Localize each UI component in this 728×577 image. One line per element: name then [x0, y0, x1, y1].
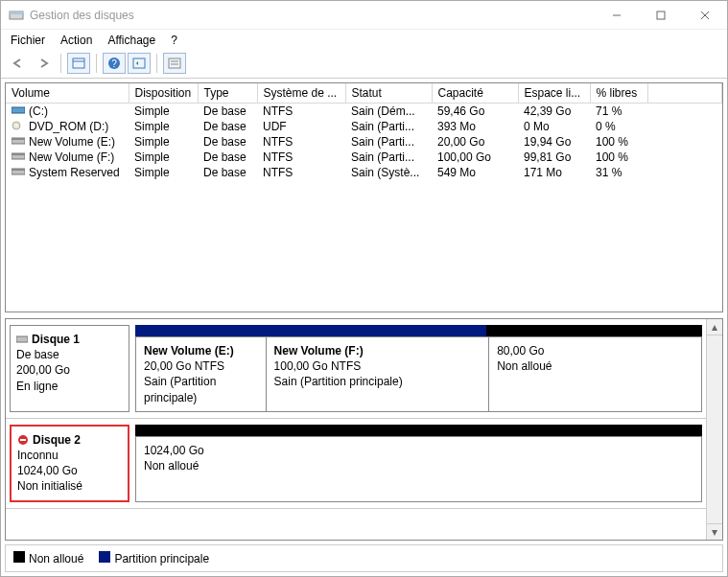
partition-size: 80,00 Go [497, 343, 693, 358]
swatch-black-icon [13, 551, 25, 563]
svg-rect-25 [20, 439, 26, 441]
cell-disposition: Simple [129, 165, 198, 180]
volume-table: Volume Disposition Type Système de ... S… [6, 83, 722, 180]
cell-capacite: 100,00 Go [432, 150, 518, 165]
partition-box[interactable]: 80,00 GoNon alloué [489, 337, 701, 411]
partition-boxes: 1024,00 GoNon alloué [135, 436, 702, 502]
maximize-button[interactable] [639, 1, 683, 30]
cell-libres: 100 % [590, 134, 647, 150]
properties-button[interactable] [163, 53, 186, 74]
refresh-button[interactable] [128, 53, 151, 74]
col-systeme[interactable]: Système de ... [257, 83, 345, 104]
partition-box[interactable]: New Volume (F:)100,00 Go NTFSSain (Parti… [267, 337, 490, 411]
scroll-up-icon[interactable]: ▴ [707, 319, 722, 335]
cell-volume: New Volume (E:) [29, 135, 115, 149]
partition-boxes: New Volume (E:)20,00 Go NTFSSain (Partit… [135, 336, 702, 412]
disk-info-box[interactable]: Disque 2Inconnu1024,00 GoNon initialisé [10, 425, 129, 502]
table-row[interactable]: (C:)SimpleDe baseNTFSSain (Dém...59,46 G… [6, 104, 722, 120]
partition-name: New Volume (E:) [144, 343, 258, 358]
minimize-button[interactable] [595, 1, 639, 30]
legend-item-primary: Partition principale [99, 551, 209, 565]
disk-info-box[interactable]: Disque 1De base200,00 GoEn ligne [10, 325, 129, 412]
col-libres[interactable]: % libres [590, 83, 647, 104]
cell-type: De base [198, 134, 257, 150]
toolbar: ? [1, 51, 727, 79]
partitions-area: New Volume (E:)20,00 Go NTFSSain (Partit… [135, 325, 702, 412]
toolbar-separator [156, 54, 157, 73]
partition-box[interactable]: 1024,00 GoNon alloué [136, 437, 701, 501]
table-view-button[interactable] [67, 53, 90, 74]
close-button[interactable] [683, 1, 727, 30]
col-statut[interactable]: Statut [345, 83, 432, 104]
cell-type: De base [198, 165, 257, 180]
cell-espace: 0 Mo [518, 119, 590, 134]
table-row[interactable]: DVD_ROM (D:)SimpleDe baseUDFSain (Parti.… [6, 119, 722, 134]
menu-aide[interactable]: ? [171, 34, 177, 47]
volume-icon [12, 150, 25, 164]
table-row[interactable]: System ReservedSimpleDe baseNTFSSain (Sy… [6, 165, 722, 180]
cell-type: De base [198, 104, 257, 120]
disk-status: Non initialisé [17, 478, 122, 494]
menu-affichage[interactable]: Affichage [107, 34, 155, 47]
menu-fichier[interactable]: Fichier [11, 34, 45, 47]
cell-volume: (C:) [29, 104, 48, 118]
cell-systeme: NTFS [257, 134, 345, 150]
partition-status: Non alloué [144, 458, 693, 473]
col-espace[interactable]: Espace li... [518, 83, 590, 104]
vertical-scrollbar[interactable]: ▴ ▾ [706, 319, 722, 540]
titlebar: Gestion des disques [1, 1, 727, 30]
partition-status: Sain (Partition principale) [144, 374, 258, 404]
menu-action[interactable]: Action [60, 34, 92, 47]
back-button[interactable] [7, 53, 30, 74]
svg-rect-11 [169, 58, 180, 68]
disk-management-window: Gestion des disques Fichier Action Affic… [0, 0, 728, 577]
volume-icon [12, 120, 25, 133]
cell-libres: 71 % [590, 104, 647, 120]
swatch-navy-icon [99, 551, 110, 563]
col-type[interactable]: Type [198, 83, 257, 104]
svg-rect-1 [10, 12, 23, 14]
cell-statut: Sain (Parti... [345, 150, 432, 165]
cell-volume: System Reserved [29, 166, 120, 179]
scroll-down-icon[interactable]: ▾ [707, 523, 722, 540]
cell-libres: 100 % [590, 150, 647, 165]
table-row[interactable]: New Volume (F:)SimpleDe baseNTFSSain (Pa… [6, 150, 722, 165]
volume-icon [12, 104, 25, 118]
volume-icon [12, 166, 25, 179]
table-header-row: Volume Disposition Type Système de ... S… [6, 83, 722, 104]
scrollbar-track[interactable] [707, 335, 722, 523]
cell-capacite: 549 Mo [432, 165, 518, 180]
disk-status: En ligne [16, 379, 123, 394]
cell-volume: New Volume (F:) [29, 150, 114, 164]
table-row[interactable]: New Volume (E:)SimpleDe baseNTFSSain (Pa… [6, 134, 722, 150]
partition-size: 20,00 Go NTFS [144, 358, 258, 374]
cell-systeme: NTFS [257, 150, 345, 165]
cell-capacite: 393 Mo [432, 119, 518, 134]
forward-button[interactable] [32, 53, 55, 74]
col-disposition[interactable]: Disposition [129, 83, 198, 104]
graphical-view-pane: Disque 1De base200,00 GoEn ligneNew Volu… [5, 318, 723, 541]
disk-row: Disque 2Inconnu1024,00 GoNon initialisé1… [6, 419, 706, 509]
toolbar-separator [96, 54, 97, 73]
svg-point-16 [15, 125, 17, 127]
cell-disposition: Simple [129, 150, 198, 165]
volume-list-pane[interactable]: Volume Disposition Type Système de ... S… [5, 82, 723, 312]
col-capacite[interactable]: Capacité [432, 83, 518, 104]
help-button[interactable]: ? [103, 53, 126, 74]
cell-capacite: 20,00 Go [432, 134, 518, 150]
legend-item-unallocated: Non alloué [13, 551, 83, 565]
menubar: Fichier Action Affichage ? [1, 30, 727, 51]
partitions-area: 1024,00 GoNon alloué [135, 425, 702, 502]
cell-espace: 19,94 Go [518, 134, 590, 150]
col-volume[interactable]: Volume [6, 83, 129, 104]
app-icon [9, 8, 24, 23]
svg-text:?: ? [111, 58, 117, 69]
svg-rect-22 [12, 169, 25, 171]
band-segment [135, 425, 702, 436]
cell-libres: 0 % [590, 119, 647, 134]
disk-type: Inconnu [17, 448, 122, 463]
cell-volume: DVD_ROM (D:) [29, 120, 108, 133]
svg-rect-14 [12, 107, 25, 113]
partition-status: Non alloué [497, 358, 693, 374]
partition-box[interactable]: New Volume (E:)20,00 Go NTFSSain (Partit… [136, 337, 267, 411]
